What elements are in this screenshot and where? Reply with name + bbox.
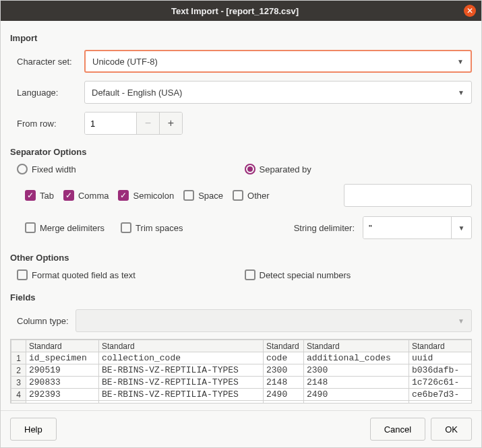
- language-value: Default - English (USA): [92, 88, 182, 98]
- table-cell: 2300: [304, 364, 409, 377]
- table-cell: collection_code: [99, 352, 264, 364]
- rownum-cell: 1: [11, 352, 26, 364]
- tab-label: Tab: [40, 191, 54, 201]
- fromrow-input[interactable]: [85, 113, 136, 134]
- table-cell: 1c726c61-: [409, 377, 473, 389]
- table-cell: 2145: [264, 401, 304, 404]
- table-cell: 290519: [26, 364, 99, 377]
- table-cell: b036dafb-: [409, 364, 473, 377]
- charset-select[interactable]: Unicode (UTF-8) ▼: [84, 50, 472, 73]
- fixed-width-radio[interactable]: [17, 164, 28, 174]
- rownum-cell: 2: [11, 364, 26, 377]
- dialog-window: Text Import - [report_1278.csv] ✕ Import…: [0, 0, 482, 448]
- table-cell: BE-RBINS-VZ-REPTILIA-TYPES: [99, 377, 264, 389]
- fromrow-spinner[interactable]: − +: [84, 112, 183, 135]
- window-title: Text Import - [report_1278.csv]: [6, 6, 464, 16]
- table-row[interactable]: 1id_specimencollection_codecodeadditiona…: [11, 352, 473, 364]
- column-header[interactable]: Standard: [264, 340, 304, 352]
- table-cell: BE-RBINS-VZ-REPTILIA-TYPES: [99, 364, 264, 377]
- fromrow-increment[interactable]: +: [159, 113, 182, 134]
- table-cell: code: [264, 352, 304, 364]
- table-cell: 2490: [304, 389, 409, 401]
- format-quoted-label: Format quoted field as text: [32, 270, 135, 280]
- close-icon[interactable]: ✕: [464, 5, 476, 17]
- table-cell: 2145: [304, 401, 409, 404]
- preview-table[interactable]: StandardStandardStandardStandardStandard…: [10, 339, 472, 404]
- column-header[interactable]: Standard: [26, 340, 99, 352]
- table-cell: additional_codes: [304, 352, 409, 364]
- table-cell: 293515: [26, 401, 99, 404]
- fromrow-decrement[interactable]: −: [136, 113, 159, 134]
- table-cell: 292393: [26, 389, 99, 401]
- separated-by-label: Separated by: [260, 164, 311, 174]
- semicolon-label: Semicolon: [133, 191, 174, 201]
- detect-special-checkbox[interactable]: [245, 269, 255, 280]
- table-row[interactable]: 2290519BE-RBINS-VZ-REPTILIA-TYPES2300230…: [11, 364, 473, 377]
- column-header[interactable]: Standard: [409, 340, 473, 352]
- space-checkbox[interactable]: [183, 190, 194, 201]
- chevron-down-icon[interactable]: ▼: [451, 217, 471, 238]
- merge-label: Merge delimiters: [40, 223, 104, 233]
- table-cell: ce6be7d3-: [409, 389, 473, 401]
- import-section-title: Import: [10, 33, 472, 43]
- rownum-header: [11, 340, 26, 352]
- chevron-down-icon: ▼: [458, 89, 464, 96]
- stringdelim-label: String delimiter:: [294, 223, 355, 233]
- fromrow-label: From row:: [10, 119, 84, 129]
- tab-checkbox[interactable]: [25, 190, 36, 201]
- other-section-title: Other Options: [10, 253, 472, 263]
- table-cell: 2490: [264, 389, 304, 401]
- chevron-down-icon: ▼: [458, 317, 464, 325]
- trim-label: Trim spaces: [135, 223, 183, 233]
- format-quoted-checkbox[interactable]: [17, 269, 28, 280]
- chevron-down-icon: ▼: [457, 58, 464, 65]
- cancel-button[interactable]: Cancel: [370, 418, 425, 441]
- semicolon-checkbox[interactable]: [118, 190, 129, 201]
- table-cell: 2148: [264, 377, 304, 389]
- table-cell: BE-RBINS-VZ-REPTILIA-TYPES: [99, 389, 264, 401]
- fixed-width-label: Fixed width: [32, 164, 76, 174]
- other-separator-input[interactable]: [344, 184, 472, 207]
- table-cell: uuid: [409, 352, 473, 364]
- table-row[interactable]: 3290833BE-RBINS-VZ-REPTILIA-TYPES2148214…: [11, 377, 473, 389]
- rownum-cell: 3: [11, 377, 26, 389]
- table-row[interactable]: 5293515BE-RBINS-VZ-REPTILIA-TYPES2145214…: [11, 401, 473, 404]
- charset-label: Character set:: [10, 57, 84, 67]
- comma-label: Comma: [78, 191, 109, 201]
- column-header[interactable]: Standard: [304, 340, 409, 352]
- table-cell: BE-RBINS-VZ-REPTILIA-TYPES: [99, 401, 264, 404]
- other-checkbox[interactable]: [233, 190, 243, 201]
- rownum-cell: 5: [11, 401, 26, 404]
- space-label: Space: [198, 191, 223, 201]
- stringdelim-input[interactable]: [363, 217, 451, 238]
- button-bar: Help Cancel OK: [1, 410, 481, 447]
- language-select[interactable]: Default - English (USA) ▼: [84, 81, 472, 104]
- rownum-cell: 4: [11, 389, 26, 401]
- column-header[interactable]: Standard: [99, 340, 264, 352]
- separator-section-title: Separator Options: [10, 147, 472, 157]
- charset-value: Unicode (UTF-8): [92, 57, 158, 67]
- dialog-content: Import Character set: Unicode (UTF-8) ▼ …: [1, 21, 481, 410]
- table-cell: 2148: [304, 377, 409, 389]
- language-label: Language:: [10, 88, 84, 98]
- table-cell: e6a1f9e8-: [409, 401, 473, 404]
- trim-checkbox[interactable]: [121, 222, 131, 233]
- help-button[interactable]: Help: [10, 418, 57, 441]
- separated-by-radio[interactable]: [245, 164, 255, 174]
- titlebar: Text Import - [report_1278.csv] ✕: [1, 1, 481, 21]
- table-cell: id_specimen: [26, 352, 99, 364]
- table-row[interactable]: 4292393BE-RBINS-VZ-REPTILIA-TYPES2490249…: [11, 389, 473, 401]
- comma-checkbox[interactable]: [63, 190, 74, 201]
- stringdelim-combo[interactable]: ▼: [363, 216, 472, 239]
- table-cell: 2300: [264, 364, 304, 377]
- detect-special-label: Detect special numbers: [260, 270, 351, 280]
- other-label: Other: [247, 191, 270, 201]
- fields-section-title: Fields: [10, 292, 472, 302]
- ok-button[interactable]: OK: [431, 418, 472, 441]
- coltype-select: ▼: [76, 309, 472, 332]
- merge-checkbox[interactable]: [25, 222, 36, 233]
- coltype-label: Column type:: [17, 316, 69, 326]
- table-cell: 290833: [26, 377, 99, 389]
